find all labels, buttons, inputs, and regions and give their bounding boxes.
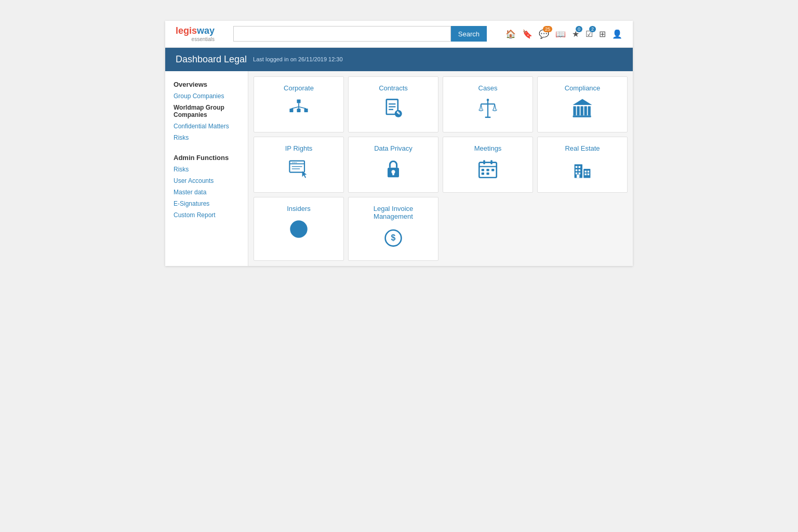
svg-point-60 <box>290 220 307 237</box>
svg-rect-27 <box>573 115 591 117</box>
dashboard-subtitle: Last logged in on 26/11/2019 12:30 <box>253 56 342 62</box>
svg-rect-59 <box>577 175 579 178</box>
tiles-grid: Corporate <box>254 76 628 261</box>
messages-badge: 25 <box>543 26 552 32</box>
overviews-title: Overviews <box>165 76 248 90</box>
svg-rect-3 <box>304 109 308 112</box>
tile-cases-label: Cases <box>478 84 498 92</box>
cases-icon <box>476 97 499 125</box>
admin-title: Admin Functions <box>165 150 248 164</box>
svg-rect-50 <box>579 166 581 168</box>
check-icon[interactable]: ☑2 <box>586 29 593 39</box>
logo-way: way <box>197 25 215 36</box>
svg-rect-53 <box>576 172 578 175</box>
meetings-icon <box>476 157 499 185</box>
tile-contracts[interactable]: Contracts ✎ <box>348 76 438 132</box>
app-container: legisway essentials Search 🏠 🔖 💬25 📖 ★0 … <box>165 21 633 266</box>
svg-rect-22 <box>573 106 576 115</box>
svg-rect-43 <box>486 169 489 171</box>
svg-rect-55 <box>584 170 587 172</box>
svg-rect-48 <box>583 169 590 178</box>
tile-meetings-label: Meetings <box>474 144 502 152</box>
tile-cases[interactable]: Cases <box>443 76 533 132</box>
main-layout: Overviews Group Companies Worldmap Group… <box>165 71 633 266</box>
svg-rect-40 <box>483 160 485 164</box>
svg-rect-57 <box>584 174 587 176</box>
sidebar-item-custom-report[interactable]: Custom Report <box>165 209 248 221</box>
svg-rect-24 <box>580 106 583 115</box>
logo-essentials: essentials <box>176 36 215 42</box>
sidebar-item-risks-admin[interactable]: Risks <box>165 164 248 175</box>
svg-text:✎: ✎ <box>396 111 401 116</box>
check-badge: 2 <box>589 26 596 32</box>
tile-insiders-label: Insiders <box>287 205 311 212</box>
ip-rights-icon: www. <box>287 157 310 185</box>
corporate-icon <box>287 97 310 125</box>
legal-invoice-icon: $ <box>382 225 405 253</box>
svg-rect-25 <box>584 106 587 115</box>
tile-data-privacy[interactable]: Data Privacy <box>348 137 438 193</box>
sidebar-item-master-data[interactable]: Master data <box>165 187 248 198</box>
svg-rect-49 <box>576 166 578 168</box>
tile-corporate[interactable]: Corporate <box>254 76 344 132</box>
home-icon[interactable]: 🏠 <box>506 29 516 39</box>
sidebar-item-confidential[interactable]: Confidential Matters <box>165 121 248 132</box>
svg-rect-45 <box>482 172 484 175</box>
svg-rect-42 <box>482 169 484 171</box>
svg-rect-54 <box>579 172 581 175</box>
svg-rect-41 <box>490 160 493 164</box>
svg-rect-0 <box>297 99 300 103</box>
sidebar-item-user-accounts[interactable]: User Accounts <box>165 175 248 187</box>
sidebar: Overviews Group Companies Worldmap Group… <box>165 71 248 266</box>
real-estate-icon <box>571 157 594 185</box>
compliance-icon <box>571 97 594 125</box>
svg-rect-56 <box>588 170 590 172</box>
header-icons: 🏠 🔖 💬25 📖 ★0 ☑2 ⊞ 👤 <box>506 29 622 39</box>
book-icon[interactable]: 📖 <box>555 29 566 39</box>
logo-legis: legis <box>176 25 197 36</box>
star-badge: 0 <box>576 26 582 32</box>
search-bar: Search <box>233 26 487 42</box>
sidebar-item-e-signatures[interactable]: E-Signatures <box>165 198 248 209</box>
content: Corporate <box>248 71 633 266</box>
user-icon[interactable]: 👤 <box>612 29 622 39</box>
sidebar-item-group-companies[interactable]: Group Companies <box>165 90 248 102</box>
svg-rect-58 <box>588 174 590 176</box>
tile-ip-rights[interactable]: IP Rights www. <box>254 137 344 193</box>
search-input[interactable] <box>233 26 451 42</box>
svg-rect-23 <box>577 106 579 115</box>
tile-real-estate-label: Real Estate <box>565 144 600 152</box>
header: legisway essentials Search 🏠 🔖 💬25 📖 ★0 … <box>165 21 633 48</box>
tile-legal-invoice[interactable]: Legal Invoice Management $ <box>348 197 438 261</box>
logo: legisway essentials <box>176 26 215 42</box>
tile-legal-invoice-label: Legal Invoice Management <box>354 205 433 220</box>
dashboard-bar: Dashboard Legal Last logged in on 26/11/… <box>165 48 633 71</box>
svg-line-5 <box>291 107 299 109</box>
bookmark-icon[interactable]: 🔖 <box>522 29 533 39</box>
svg-rect-51 <box>576 169 578 171</box>
svg-rect-37 <box>392 173 394 175</box>
tile-data-privacy-label: Data Privacy <box>374 144 413 152</box>
svg-rect-21 <box>485 116 491 118</box>
tile-real-estate[interactable]: Real Estate <box>537 137 628 193</box>
search-button[interactable]: Search <box>451 26 487 42</box>
star-icon[interactable]: ★0 <box>572 29 579 39</box>
tile-compliance[interactable]: Compliance <box>537 76 628 132</box>
tile-meetings[interactable]: Meetings <box>443 137 533 193</box>
tile-corporate-label: Corporate <box>284 84 314 92</box>
tile-compliance-label: Compliance <box>565 84 601 92</box>
svg-rect-26 <box>588 106 591 115</box>
svg-text:$: $ <box>391 233 396 242</box>
svg-rect-44 <box>491 169 494 171</box>
svg-rect-1 <box>289 109 293 112</box>
tile-contracts-label: Contracts <box>379 84 408 92</box>
svg-text:www.: www. <box>292 161 298 163</box>
sidebar-item-worldmap[interactable]: Worldmap Group Companies <box>165 102 248 121</box>
svg-line-20 <box>495 104 496 110</box>
insiders-icon <box>287 218 310 245</box>
svg-rect-46 <box>486 172 489 175</box>
messages-icon[interactable]: 💬25 <box>539 29 549 39</box>
grid-icon[interactable]: ⊞ <box>599 29 606 39</box>
sidebar-item-risks-overview[interactable]: Risks <box>165 132 248 143</box>
tile-insiders[interactable]: Insiders <box>254 197 344 261</box>
